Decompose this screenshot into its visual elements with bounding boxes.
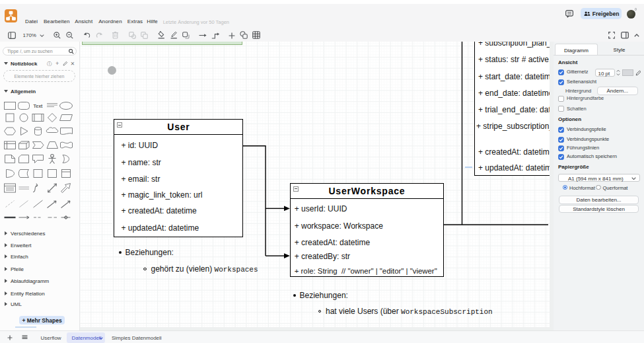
svg-text:Text: Text [34, 104, 44, 108]
